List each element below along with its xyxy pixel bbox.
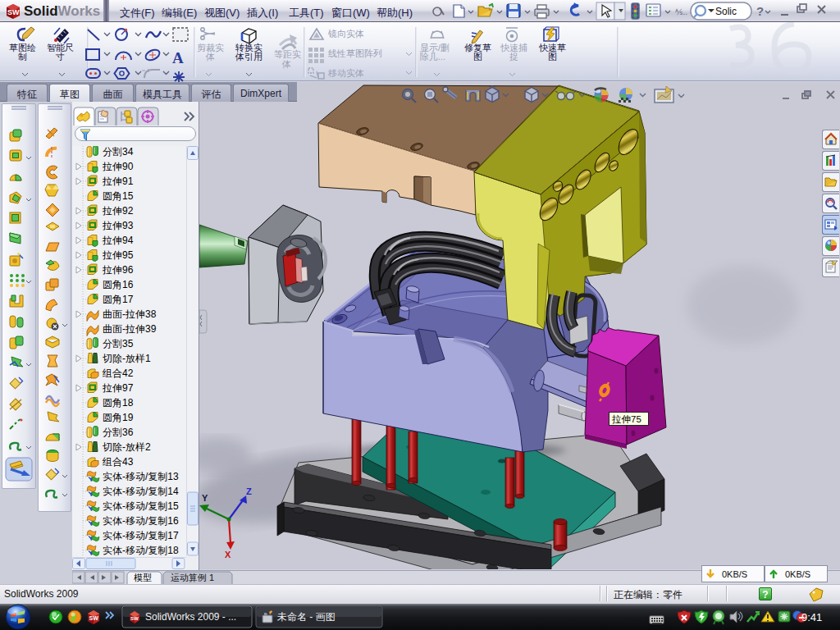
svg-text:捉: 捉	[509, 52, 518, 62]
svg-text:SW: SW	[7, 8, 20, 16]
svg-text:拉伸95: 拉伸95	[102, 249, 134, 261]
svg-text:分割36: 分割36	[103, 427, 134, 438]
svg-text:拉伸75: 拉伸75	[611, 414, 641, 424]
svg-text:A: A	[172, 49, 184, 66]
svg-text:Z: Z	[246, 486, 252, 496]
svg-text:寸: 寸	[55, 52, 65, 62]
svg-text:拉伸93: 拉伸93	[102, 220, 134, 231]
svg-text:分割34: 分割34	[103, 146, 134, 158]
svg-text:Y: Y	[202, 493, 208, 503]
svg-text:拉伸94: 拉伸94	[102, 235, 134, 246]
svg-text:9:41: 9:41	[801, 611, 822, 623]
svg-text:等距实: 等距实	[274, 49, 301, 59]
svg-text:拉伸90: 拉伸90	[102, 161, 134, 172]
svg-text:实体-移动/复制13: 实体-移动/复制13	[103, 471, 179, 482]
svg-text:0KB/S: 0KB/S	[785, 569, 810, 579]
svg-text:圆角15: 圆角15	[103, 190, 134, 202]
svg-text:组合42: 组合42	[102, 368, 134, 379]
svg-text:SolidWorks 2009 - ...: SolidWorks 2009 - ...	[145, 611, 236, 623]
svg-text:圆角18: 圆角18	[103, 397, 134, 409]
svg-text:除几...: 除几...	[420, 52, 445, 62]
svg-text:分割35: 分割35	[103, 338, 134, 349]
svg-text:拉伸92: 拉伸92	[102, 205, 134, 217]
svg-text:SW: SW	[130, 616, 139, 621]
svg-text:⅍..: ⅍..	[675, 7, 687, 16]
svg-text:0KB/S: 0KB/S	[722, 569, 747, 579]
svg-text:Solic: Solic	[715, 6, 737, 17]
svg-text:实体-移动/复制15: 实体-移动/复制15	[103, 500, 179, 512]
svg-text:移动实体: 移动实体	[328, 68, 364, 78]
svg-text:实体-移动/复制18: 实体-移动/复制18	[103, 545, 179, 556]
svg-text:组合43: 组合43	[102, 456, 134, 468]
svg-text:SW: SW	[89, 615, 99, 621]
svg-text:切除-放样1: 切除-放样1	[102, 353, 151, 364]
svg-text:实体-移动/复制17: 实体-移动/复制17	[103, 530, 179, 541]
svg-text:运动算例 1: 运动算例 1	[171, 573, 214, 582]
svg-text:体引用: 体引用	[235, 52, 262, 62]
svg-text:X: X	[225, 550, 231, 559]
svg-text:圆角16: 圆角16	[103, 279, 134, 290]
svg-text:图: 图	[548, 52, 557, 62]
svg-text:拉伸91: 拉伸91	[102, 176, 134, 187]
svg-text:圆角17: 圆角17	[103, 294, 134, 305]
svg-text:?: ?	[756, 4, 764, 18]
svg-text:曲面-拉伸38: 曲面-拉伸38	[103, 308, 157, 320]
svg-text:拉伸96: 拉伸96	[102, 264, 134, 276]
svg-text:体: 体	[281, 59, 291, 69]
svg-text:拉伸97: 拉伸97	[102, 382, 134, 394]
svg-text:未命名 - 画图: 未命名 - 画图	[277, 611, 336, 623]
svg-text:体: 体	[205, 52, 215, 62]
svg-text:切除-放样2: 切除-放样2	[102, 441, 151, 453]
svg-text:模型: 模型	[134, 573, 152, 582]
svg-text:曲面-拉伸39: 曲面-拉伸39	[103, 323, 157, 335]
svg-text:实体-移动/复制14: 实体-移动/复制14	[103, 486, 179, 497]
svg-text:镜向实体: 镜向实体	[327, 29, 364, 39]
svg-text:制: 制	[18, 52, 27, 62]
svg-text:实体-移动/复制16: 实体-移动/复制16	[103, 515, 179, 527]
svg-text:圆角19: 圆角19	[103, 412, 134, 423]
svg-text:图: 图	[473, 52, 482, 62]
svg-text:线性草图阵列: 线性草图阵列	[328, 48, 382, 58]
